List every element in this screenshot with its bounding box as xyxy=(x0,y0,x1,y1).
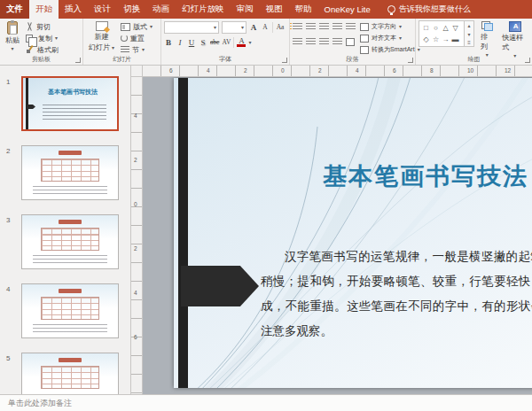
tab-animations[interactable]: 动画 xyxy=(146,0,176,19)
quick-styles-button[interactable]: 快速样式 ▾ xyxy=(499,20,530,59)
copy-icon xyxy=(26,35,33,43)
slide-body-textbox[interactable]: 汉字笔画书写的运笔规律，一般是横竖撇的起笔较重，转折处要略顿笔，稍重、稍慢；提和… xyxy=(261,244,532,344)
align-left-icon[interactable] xyxy=(293,38,302,46)
gallery-up-icon[interactable]: ▴ xyxy=(467,22,470,28)
paragraph-dialog-launcher[interactable] xyxy=(408,58,413,63)
font-name-select[interactable]: ▾ xyxy=(164,21,219,34)
drawing-dialog-launcher[interactable] xyxy=(525,58,530,63)
ruler-mark: 8 xyxy=(430,67,434,74)
copy-button[interactable]: 复制 ▾ xyxy=(26,33,59,43)
mini-dark-band xyxy=(26,78,28,129)
clear-formatting-button[interactable]: Aa xyxy=(276,21,285,33)
tab-view[interactable]: 视图 xyxy=(260,0,289,19)
slide-thumbnail-3[interactable] xyxy=(21,214,119,269)
arrange-icon xyxy=(481,21,493,31)
home-ribbon: 粘贴 ▾ 剪切 复制 ▾ 格式刷 xyxy=(0,19,532,66)
numbering-icon[interactable] xyxy=(306,23,316,31)
mini-red-title xyxy=(59,220,82,224)
shape-bar-icon[interactable]: ▬ xyxy=(450,34,460,45)
tab-review[interactable]: 审阅 xyxy=(231,0,260,19)
text-direction-button[interactable]: 文字方向 ▾ xyxy=(360,21,420,32)
gallery-down-icon[interactable]: ▾ xyxy=(467,31,470,37)
mini-body-text xyxy=(33,186,107,196)
arrange-button[interactable]: 排列 ▾ xyxy=(478,20,496,58)
workspace: 1 基本笔画书写技法 2 3 xyxy=(0,66,532,394)
section-icon xyxy=(121,46,129,53)
powerpoint-window: 文件 开始 插入 设计 切换 动画 幻灯片放映 审阅 视图 帮助 OneKey … xyxy=(0,0,532,411)
bullets-icon[interactable] xyxy=(293,23,302,31)
text-shadow-button[interactable]: S xyxy=(199,36,207,48)
font-size-select[interactable]: ▾ xyxy=(222,21,246,34)
format-painter-icon xyxy=(26,45,35,54)
convert-smartart-button[interactable]: 转换为SmartArt ▾ xyxy=(360,44,420,55)
mini-body-text xyxy=(33,324,107,334)
format-painter-button[interactable]: 格式刷 xyxy=(26,44,59,55)
ruler-mark: 10 xyxy=(467,67,473,74)
increase-indent-icon[interactable] xyxy=(332,23,342,31)
tell-me-box[interactable]: 告诉我你想要做什么 xyxy=(387,0,471,19)
tab-insert[interactable]: 插入 xyxy=(59,0,88,19)
caret-down-icon: ▾ xyxy=(55,35,58,41)
tab-design[interactable]: 设计 xyxy=(88,0,117,19)
underline-button[interactable]: U xyxy=(187,36,196,48)
cut-label: 剪切 xyxy=(36,22,51,32)
slide-thumbnail-1[interactable]: 基本笔画书写技法 xyxy=(21,76,119,131)
thumbnail-row-2: 2 xyxy=(0,145,130,207)
shape-triangle-icon[interactable]: △ xyxy=(441,22,450,34)
shape-ellipse-icon[interactable]: ○ xyxy=(431,22,441,34)
mini-slide-title: 基本笔画书写技法 xyxy=(28,88,117,97)
notes-pane[interactable]: 单击此处添加备注 xyxy=(0,394,532,411)
mini-red-title xyxy=(59,151,82,155)
shape-triangle-down-icon[interactable]: ▽ xyxy=(450,22,460,34)
clipboard-dialog-launcher[interactable] xyxy=(75,58,81,63)
justify-icon[interactable] xyxy=(332,38,342,46)
font-dialog-launcher[interactable] xyxy=(282,58,287,63)
new-slide-button[interactable]: 新建 幻灯片 ▾ xyxy=(86,20,117,56)
layout-button[interactable]: 版式 ▾ xyxy=(121,21,153,32)
ruler-mark: 12 xyxy=(505,67,511,74)
tab-transitions[interactable]: 切换 xyxy=(117,0,146,19)
mini-table xyxy=(41,297,99,320)
slide-thumbnail-panel: 1 基本笔画书写技法 2 3 xyxy=(0,66,131,394)
align-right-icon[interactable] xyxy=(319,38,329,46)
slide-title-textbox[interactable]: 基本笔画书写技法 xyxy=(323,160,528,192)
shapes-gallery-scroll[interactable]: ▴ ▾ ≡ xyxy=(465,20,474,47)
strikethrough-button[interactable]: abc xyxy=(210,36,219,48)
gallery-more-icon[interactable]: ≡ xyxy=(467,40,471,45)
tab-help[interactable]: 帮助 xyxy=(289,0,318,19)
shape-arrow-icon[interactable]: → xyxy=(441,34,450,45)
slide-thumbnail-2[interactable] xyxy=(21,145,119,200)
shapes-gallery[interactable]: □ ○ △ ▽ ◇ ☆ → ▬ xyxy=(419,20,465,47)
align-text-button[interactable]: 对齐文本 ▾ xyxy=(360,33,420,43)
smartart-icon xyxy=(360,46,369,54)
bold-button[interactable]: B xyxy=(164,36,173,48)
mini-pentagon-shape xyxy=(27,105,35,109)
shape-diamond-icon[interactable]: ◇ xyxy=(421,34,431,45)
character-spacing-button[interactable]: AV xyxy=(222,36,231,48)
tab-onekey-lite[interactable]: OneKey Lite xyxy=(318,0,377,19)
align-center-icon[interactable] xyxy=(306,38,316,46)
shrink-font-button[interactable]: A xyxy=(261,21,270,33)
divider xyxy=(233,37,234,48)
slide-canvas[interactable]: 基本笔画书写技法 汉字笔画书写的运笔规律，一般是横竖撇的起笔较重，转折处要略顿笔… xyxy=(174,78,532,388)
slides-group: 新建 幻灯片 ▾ 版式 ▾ 重置 xyxy=(83,19,161,65)
section-button[interactable]: 节 ▾ xyxy=(121,44,153,55)
decrease-indent-icon[interactable] xyxy=(319,23,329,31)
shape-rectangle-icon[interactable]: □ xyxy=(421,22,431,34)
columns-icon[interactable] xyxy=(346,38,355,46)
ruler-mark: 6 xyxy=(134,334,137,340)
cut-button[interactable]: 剪切 xyxy=(26,21,59,32)
tab-home[interactable]: 开始 xyxy=(29,0,59,19)
font-color-button[interactable]: A xyxy=(237,37,246,47)
paste-button[interactable]: 粘贴 ▾ xyxy=(3,20,22,56)
line-spacing-icon[interactable] xyxy=(346,23,356,31)
shape-star-icon[interactable]: ☆ xyxy=(431,34,441,45)
tab-file[interactable]: 文件 xyxy=(0,0,29,19)
ribbon-tab-bar: 文件 开始 插入 设计 切换 动画 幻灯片放映 审阅 视图 帮助 OneKey … xyxy=(0,0,532,19)
slide-thumbnail-4[interactable] xyxy=(21,283,119,338)
tab-slideshow[interactable]: 幻灯片放映 xyxy=(176,0,231,19)
italic-button[interactable]: I xyxy=(176,36,184,48)
slide-thumbnail-5[interactable] xyxy=(21,353,119,394)
reset-button[interactable]: 重置 xyxy=(121,33,153,43)
grow-font-button[interactable]: A xyxy=(249,21,258,33)
